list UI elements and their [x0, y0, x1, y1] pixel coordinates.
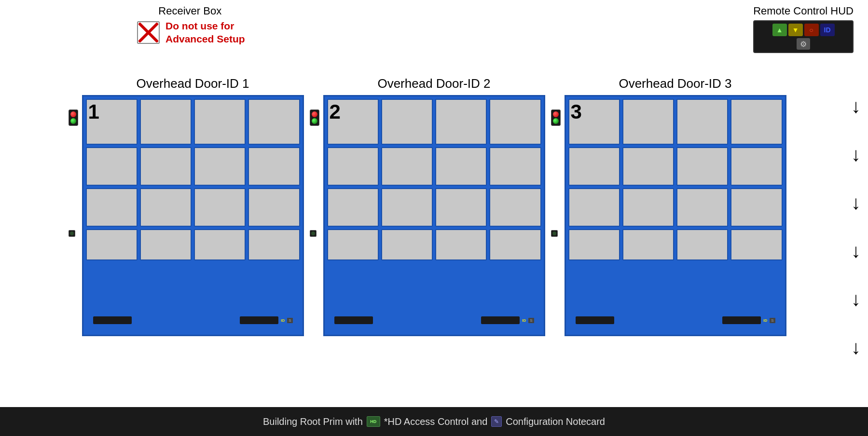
door-panel — [568, 147, 620, 186]
header: Receiver Box Do not use for Advanced Set… — [0, 0, 868, 77]
door-panel — [248, 188, 300, 227]
door-panel — [86, 147, 138, 186]
tl-red-2 — [312, 111, 317, 117]
door-unit-3: Overhead Door-ID 3 3 — [565, 76, 786, 336]
door-2-bottom: ID S — [325, 306, 544, 335]
down-arrow-5: ↓ — [851, 289, 861, 309]
door-panel — [730, 147, 782, 186]
hud-btn-up[interactable]: ▲ — [772, 24, 787, 36]
door-panel — [381, 188, 433, 227]
door-panel — [730, 229, 782, 260]
door-1-title: Overhead Door-ID 1 — [136, 76, 249, 91]
door-1-slot-right — [240, 316, 278, 324]
arrows-column: ↓ ↓ ↓ ↓ ↓ ↓ — [851, 96, 861, 357]
door-panel — [381, 147, 433, 186]
door-3-title: Overhead Door-ID 3 — [619, 76, 731, 91]
garage-door-2[interactable]: 2 — [323, 95, 545, 336]
door-panel — [730, 188, 782, 227]
garage-door-3[interactable]: 3 — [565, 95, 786, 336]
door-panel — [489, 188, 541, 227]
hud-panel[interactable]: ▲ ▼ ○ ID ⚙ — [753, 20, 854, 53]
down-arrow-4: ↓ — [851, 241, 861, 260]
door-1-id-label: ID — [281, 318, 285, 323]
door-3-panels — [568, 99, 783, 306]
tl-green-2 — [312, 118, 317, 124]
door-panel — [327, 229, 379, 260]
door-3-id-label: ID — [763, 318, 767, 323]
door-3-bottom-right: ID S — [722, 316, 775, 324]
door-panel — [248, 99, 300, 145]
tl-green-1 — [70, 118, 76, 124]
garage-door-1[interactable]: 1 — [82, 95, 304, 336]
door-1-slot-left — [93, 316, 132, 324]
tl-green-3 — [553, 118, 559, 124]
door-3-traffic-light-bottom[interactable] — [551, 230, 558, 237]
tl-red-3 — [553, 111, 559, 117]
door-2-slot-left — [334, 316, 373, 324]
door-panel — [194, 188, 246, 227]
door-1-panels — [86, 99, 300, 306]
door-2-s-label: S — [528, 318, 534, 323]
remote-hud: Remote Control HUD ▲ ▼ ○ ID ⚙ — [753, 5, 854, 53]
door-panel — [435, 229, 487, 260]
door-3-wrapper: 3 — [565, 95, 786, 336]
footer-text-1: Building Root Prim with — [263, 416, 363, 427]
receiver-warning: Do not use for Advanced Setup — [135, 19, 245, 46]
door-3-slot-left — [576, 316, 614, 324]
warning-text: Do not use for Advanced Setup — [165, 20, 245, 45]
door-panel — [489, 99, 541, 145]
door-2-number: 2 — [330, 100, 341, 123]
door-panel — [194, 99, 246, 145]
tl-small-light-2 — [311, 232, 315, 235]
door-panel — [381, 229, 433, 260]
door-panel — [248, 147, 300, 186]
door-panel — [140, 147, 192, 186]
footer-bar: Building Root Prim with HD *HD Access Co… — [0, 407, 868, 436]
door-panel — [327, 188, 379, 227]
door-1-wrapper: 1 — [82, 95, 304, 336]
door-2-wrapper: 2 — [323, 95, 545, 336]
door-panel — [435, 99, 487, 145]
door-panel — [86, 188, 138, 227]
door-panel — [435, 147, 487, 186]
red-x-icon — [135, 19, 162, 46]
hud-btn-stop[interactable]: ○ — [804, 24, 819, 36]
door-3-number: 3 — [571, 100, 582, 123]
door-panel — [622, 99, 674, 145]
door-2-traffic-light-top[interactable] — [310, 109, 319, 126]
door-panel — [568, 229, 620, 260]
door-2-title: Overhead Door-ID 2 — [377, 76, 490, 91]
hud-btn-down[interactable]: ▼ — [788, 24, 803, 36]
tl-small-light-1 — [70, 232, 74, 235]
door-panel — [622, 147, 674, 186]
door-panel — [140, 99, 192, 145]
door-2-traffic-light-bottom[interactable] — [310, 230, 317, 237]
door-3-bottom: ID S — [566, 306, 785, 335]
footer-text-3: Configuration Notecard — [506, 416, 605, 427]
door-panel — [194, 147, 246, 186]
door-panel — [140, 188, 192, 227]
door-panel — [435, 188, 487, 227]
doors-container: Overhead Door-ID 1 1 — [0, 76, 868, 404]
door-3-s-label: S — [770, 318, 775, 323]
door-panel — [676, 99, 728, 145]
remote-hud-title: Remote Control HUD — [753, 5, 854, 17]
door-1-traffic-light-bottom[interactable] — [69, 230, 75, 237]
footer-text-2: *HD Access Control and — [384, 416, 488, 427]
hud-gear-icon[interactable]: ⚙ — [797, 38, 810, 50]
door-panel — [86, 229, 138, 260]
door-panel — [140, 229, 192, 260]
down-arrow-1: ↓ — [851, 96, 861, 116]
door-3-traffic-light-top[interactable] — [551, 109, 561, 126]
receiver-box-label: Receiver Box — [158, 5, 221, 17]
door-unit-2: Overhead Door-ID 2 2 — [323, 76, 545, 336]
hud-buttons-row: ▲ ▼ ○ ID — [772, 24, 835, 36]
door-panel — [568, 188, 620, 227]
footer-icon-hd: HD — [367, 416, 380, 427]
down-arrow-3: ↓ — [851, 193, 861, 212]
tl-red-1 — [70, 111, 76, 117]
door-1-bottom: ID S — [83, 306, 303, 335]
hud-btn-id[interactable]: ID — [820, 24, 835, 36]
door-panel — [622, 229, 674, 260]
door-1-traffic-light-top[interactable] — [69, 109, 78, 126]
